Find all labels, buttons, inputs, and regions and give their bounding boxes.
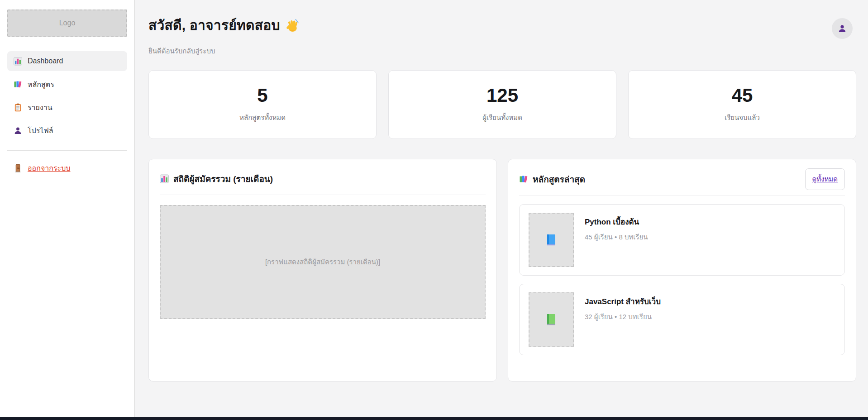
bottom-bar [0, 417, 868, 420]
sidebar-item-label: Dashboard [28, 57, 63, 65]
stat-label: หลักสูตรทั้งหมด [239, 112, 286, 123]
latest-courses-panel: หลักสูตรล่าสุด ดูทั้งหมด Python เบื้องต้… [508, 159, 856, 382]
panels-row: สถิติผู้สมัครรวม (รายเดือน) [กราฟแสดงสถิ… [148, 159, 856, 382]
welcome-subtitle: ยินดีต้อนรับกลับสู่ระบบ [148, 46, 300, 57]
blue-book-icon [546, 234, 556, 246]
sidebar-item-dashboard[interactable]: Dashboard [7, 51, 127, 71]
sidebar-item-label: หลักสูตร [28, 79, 54, 90]
chart-placeholder: [กราฟแสดงสถิติผู้สมัครรวม (รายเดือน)] [160, 205, 486, 319]
sidebar-item-courses[interactable]: หลักสูตร [7, 74, 127, 94]
page-title: สวัสดี, อาจารย์ทดสอบ [148, 14, 300, 36]
course-info: JavaScript สำหรับเว็บ 32 ผู้เรียน • 12 บ… [585, 292, 661, 347]
sidebar-item-profile[interactable]: โปรไฟล์ [7, 120, 127, 140]
sidebar: Logo Dashboard หลักสูตร [0, 0, 135, 417]
stat-value: 45 [732, 86, 753, 105]
person-icon [14, 126, 22, 135]
view-all-label: ดูทั้งหมด [812, 175, 838, 183]
bar-chart-icon [14, 57, 22, 66]
greeting-text: สวัสดี, อาจารย์ทดสอบ [148, 14, 280, 36]
course-info: Python เบื้องต้น 45 ผู้เรียน • 8 บทเรียน [585, 213, 648, 267]
logout-label: ออกจากระบบ [28, 162, 70, 174]
avatar[interactable] [832, 18, 853, 39]
stat-value: 5 [257, 86, 267, 105]
panel-title: หลักสูตรล่าสุด [519, 169, 585, 190]
course-meta: 32 ผู้เรียน • 12 บทเรียน [585, 311, 661, 322]
enrollment-stats-panel: สถิติผู้สมัครรวม (รายเดือน) [กราฟแสดงสถิ… [148, 159, 497, 382]
header: สวัสดี, อาจารย์ทดสอบ ยินดีต้อนรับกลับสู่… [148, 12, 856, 57]
stat-label: เรียนจบแล้ว [725, 112, 760, 123]
sidebar-divider [7, 150, 127, 151]
panel-title-text: สถิติผู้สมัครรวม (รายเดือน) [173, 172, 273, 186]
course-meta: 45 ผู้เรียน • 8 บทเรียน [585, 232, 648, 243]
panel-divider [160, 195, 486, 195]
clipboard-icon [14, 103, 22, 112]
course-thumbnail-placeholder [529, 292, 574, 347]
door-icon [14, 164, 22, 172]
page: Logo Dashboard หลักสูตร [0, 0, 868, 420]
books-icon [14, 80, 22, 89]
panel-title: สถิติผู้สมัครรวม (รายเดือน) [160, 168, 273, 189]
course-title: Python เบื้องต้น [585, 215, 648, 228]
stat-card-completed: 45 เรียนจบแล้ว [628, 70, 856, 139]
sidebar-item-reports[interactable]: รายงาน [7, 97, 127, 117]
panel-title-text: หลักสูตรล่าสุด [533, 172, 585, 186]
green-book-icon [546, 314, 556, 326]
stat-label: ผู้เรียนทั้งหมด [482, 112, 522, 123]
chart-placeholder-text: [กราฟแสดงสถิติผู้สมัครรวม (รายเดือน)] [265, 257, 380, 267]
books-icon [519, 175, 528, 184]
stat-card-total-learners: 125 ผู้เรียนทั้งหมด [388, 70, 616, 139]
course-title: JavaScript สำหรับเว็บ [585, 295, 661, 307]
person-icon [838, 24, 847, 33]
sidebar-item-label: รายงาน [28, 102, 52, 113]
logo-text: Logo [59, 19, 76, 27]
main-content: สวัสดี, อาจารย์ทดสอบ ยินดีต้อนรับกลับสู่… [135, 0, 868, 417]
sidebar-item-label: โปรไฟล์ [28, 125, 53, 136]
course-item-javascript[interactable]: JavaScript สำหรับเว็บ 32 ผู้เรียน • 12 บ… [519, 284, 845, 355]
panel-divider [519, 196, 845, 196]
stat-card-total-courses: 5 หลักสูตรทั้งหมด [148, 70, 377, 139]
stats-row: 5 หลักสูตรทั้งหมด 125 ผู้เรียนทั้งหมด 45… [148, 70, 856, 139]
logo-placeholder: Logo [7, 10, 127, 37]
stat-value: 125 [486, 86, 518, 105]
course-item-python[interactable]: Python เบื้องต้น 45 ผู้เรียน • 8 บทเรียน [519, 204, 845, 276]
sidebar-nav: Dashboard หลักสูตร รายงาน [7, 51, 127, 140]
course-thumbnail-placeholder [529, 213, 574, 267]
view-all-button[interactable]: ดูทั้งหมด [805, 168, 845, 190]
bar-chart-icon [160, 174, 169, 183]
logout-link[interactable]: ออกจากระบบ [14, 162, 70, 174]
waving-hand-icon [286, 18, 300, 33]
